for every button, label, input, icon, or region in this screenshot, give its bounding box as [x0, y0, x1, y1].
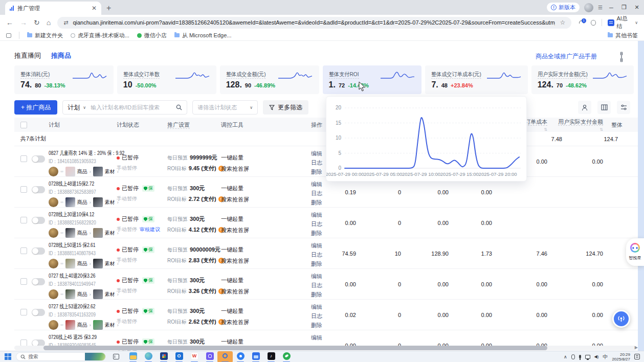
taskbar-app-wps-office[interactable]: W [187, 351, 202, 362]
taskbar-search[interactable]: 搜索 [16, 352, 106, 361]
material-link[interactable]: 素材 [105, 260, 115, 267]
tool-link[interactable]: 一键起量 [221, 307, 311, 315]
window-minimize-button[interactable]: ─ [607, 5, 615, 11]
other-bookmarks-button[interactable]: 其他书签 [608, 32, 638, 39]
op-link[interactable]: 日志 [311, 219, 341, 229]
sort-icon[interactable]: ⇅ [599, 127, 603, 132]
more-filters-button[interactable]: 更多筛选 [263, 100, 308, 115]
tool-link[interactable]: 搜索抢首屏 [221, 288, 311, 296]
bookmark-item[interactable]: 新建文件夹 [27, 32, 63, 39]
metric-card-6[interactable]: 用户实际支付金额(元)124.70-48.62% [531, 65, 634, 94]
op-link[interactable]: 日志 [311, 189, 341, 198]
plan-title[interactable]: 0728线上48退15保2.72 [49, 180, 102, 188]
row-checkbox[interactable] [20, 247, 27, 254]
ime-indicator[interactable]: 中 [603, 353, 608, 360]
tab-live-room[interactable]: 推直播间 [14, 51, 41, 60]
shop-avatar[interactable] [49, 289, 58, 299]
plan-toggle[interactable] [32, 247, 45, 255]
home-button[interactable]: ⌂ [47, 18, 51, 27]
op-link[interactable]: 日志 [311, 250, 341, 259]
material-thumbnail[interactable] [93, 259, 103, 268]
material-link[interactable]: 素材 [105, 291, 115, 298]
tool-link[interactable]: 搜索抢首屏 [221, 227, 311, 234]
product-thumbnail[interactable] [65, 167, 75, 176]
tool-link[interactable]: 一键起量 [221, 215, 311, 223]
shop-avatar[interactable] [49, 320, 58, 330]
product-link[interactable]: 商品 [77, 230, 87, 237]
forward-button[interactable]: → [20, 18, 27, 27]
material-link[interactable]: 素材 [105, 230, 115, 237]
search-icon[interactable] [176, 104, 182, 110]
op-link[interactable]: 编辑 [311, 241, 341, 250]
tab-product[interactable]: 推商品 [51, 51, 71, 60]
search-scope-select[interactable]: 计划∨ [63, 103, 91, 112]
window-restore-button[interactable]: ❒ [620, 4, 628, 11]
op-link[interactable]: 日志 [311, 311, 341, 321]
taskbar-app-outlook[interactable]: O [171, 351, 187, 362]
weather-widget-thumbnail[interactable] [85, 352, 105, 361]
network-icon[interactable] [585, 355, 590, 359]
shop-avatar[interactable] [49, 197, 58, 207]
browser-menu-icon[interactable]: ☰ [598, 5, 603, 10]
customer-service-button[interactable] [612, 310, 630, 328]
taskbar-app-dingtalk[interactable] [233, 351, 248, 362]
tool-link[interactable]: 搜索抢首屏 [221, 319, 311, 326]
product-link[interactable]: 商品 [77, 260, 87, 267]
metric-settings-button[interactable] [617, 101, 630, 114]
ai-summary-button[interactable]: AI总结∨ [608, 15, 638, 30]
site-permissions-icon[interactable]: ⇄ [63, 19, 68, 26]
op-link[interactable]: 编辑 [311, 302, 341, 311]
plan-title[interactable]: 0727 线上53退20保2.62 [49, 303, 102, 310]
new-tab-button[interactable]: + [106, 4, 111, 15]
op-link[interactable]: 编辑 [311, 210, 341, 219]
taskbar-app-douyin[interactable]: ♪ [263, 351, 279, 362]
select-all-checkbox[interactable] [20, 122, 27, 128]
tray-expand-icon[interactable]: ∧ [564, 354, 567, 359]
tool-link[interactable]: 一键起量 [221, 246, 311, 254]
plan-toggle[interactable] [32, 155, 45, 163]
audience-button[interactable] [578, 101, 591, 114]
op-link[interactable]: 删除 [311, 229, 341, 238]
browser-tab[interactable]: 推广管理 ✕ [5, 2, 101, 15]
tool-link[interactable]: 搜索抢首屏 [221, 165, 311, 173]
plan-toggle[interactable] [32, 217, 45, 224]
notification-center-icon[interactable] [634, 354, 640, 359]
material-thumbnail[interactable] [93, 289, 103, 299]
material-thumbnail[interactable] [93, 228, 103, 238]
tool-link[interactable]: 一键起量 [221, 154, 311, 162]
extensions-icon[interactable] [591, 20, 596, 26]
op-link[interactable]: 删除 [311, 198, 341, 207]
review-suggestion-link[interactable]: 审核建议 [140, 226, 160, 233]
material-link[interactable]: 素材 [105, 199, 115, 206]
op-link[interactable]: 删除 [311, 321, 341, 330]
metric-card-4[interactable]: 整体支付ROI1.72-14.43% [323, 65, 422, 94]
metric-card-3[interactable]: 整体成交金额(元)128.90-46.89% [220, 65, 319, 94]
side-panel-icon[interactable] [6, 33, 11, 38]
new-version-badge[interactable]: !新版本 [547, 3, 580, 12]
bookmark-item[interactable]: 从 Microsoft Edge... [174, 32, 232, 39]
product-link[interactable]: 商品 [77, 291, 87, 298]
plan-title[interactable]: 0727 线上40退20保3.26 [49, 272, 102, 280]
shop-avatar[interactable] [49, 167, 58, 176]
address-bar[interactable]: ⇄ qianchuan.jinritemai.com/uni-prom?aavi… [57, 17, 571, 29]
taskbar-app-file-explorer[interactable] [125, 351, 141, 362]
header-metric-6[interactable]: 用户实际支付金额⇅ [556, 118, 611, 132]
task-view-button[interactable] [113, 354, 119, 359]
bookmark-item[interactable]: 微信小店 [137, 32, 167, 39]
product-thumbnail[interactable] [65, 197, 75, 207]
plan-status-select[interactable]: 请筛选计划状态∨ [192, 100, 258, 115]
row-checkbox[interactable] [20, 309, 27, 315]
zhitouxing-widget[interactable]: 智投星 [626, 238, 644, 266]
volume-icon[interactable]: ◀) [594, 354, 599, 359]
scrollbar-thumb[interactable] [43, 346, 547, 350]
row-checkbox[interactable] [20, 155, 27, 162]
plan-search-input[interactable] [91, 104, 171, 110]
shop-avatar[interactable] [49, 259, 58, 268]
start-button[interactable] [5, 353, 11, 360]
fullscreen-button[interactable] [620, 53, 630, 61]
product-link[interactable]: 商品 [77, 168, 87, 175]
taskbar-app-qianchuan-chat[interactable] [217, 351, 233, 362]
plan-toggle[interactable] [32, 278, 45, 285]
promote-product-button[interactable]: + 推广商品 [14, 100, 57, 115]
mouse-settings-icon[interactable] [571, 354, 575, 359]
